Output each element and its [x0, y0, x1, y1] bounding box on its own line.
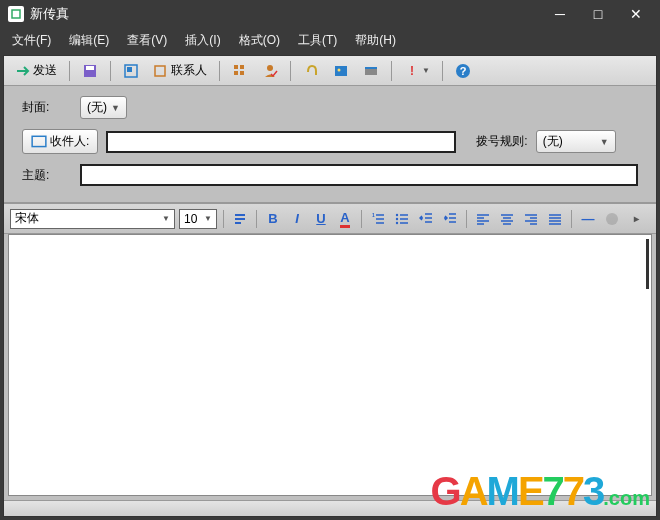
- editor-separator: [466, 210, 467, 228]
- svg-rect-6: [234, 65, 238, 69]
- dialrule-dropdown[interactable]: (无) ▼: [536, 130, 616, 153]
- menu-view[interactable]: 查看(V): [123, 30, 171, 51]
- help-icon: ?: [455, 63, 471, 79]
- svg-rect-4: [127, 67, 132, 72]
- toolbar-separator: [219, 61, 220, 81]
- underline-button[interactable]: U: [311, 209, 331, 229]
- align-justify-button[interactable]: [545, 209, 565, 229]
- grid-icon: [232, 63, 248, 79]
- svg-rect-8: [234, 71, 238, 75]
- svg-rect-11: [335, 66, 347, 76]
- close-button[interactable]: ✕: [626, 4, 646, 24]
- toolbar-separator: [391, 61, 392, 81]
- preview-icon: [123, 63, 139, 79]
- contacts-button[interactable]: 联系人: [148, 59, 212, 82]
- recipient-input[interactable]: [106, 131, 456, 153]
- attach-button[interactable]: [298, 60, 324, 82]
- fontsize-value: 10: [184, 212, 201, 226]
- menu-file[interactable]: 文件(F): [8, 30, 55, 51]
- maximize-button[interactable]: □: [588, 4, 608, 24]
- dialrule-label: 拨号规则:: [476, 133, 527, 150]
- window-title: 新传真: [30, 5, 550, 23]
- help-button[interactable]: ?: [450, 60, 476, 82]
- priority-icon: !: [404, 63, 420, 79]
- check-button[interactable]: [257, 60, 283, 82]
- recipient-icon: [31, 134, 47, 150]
- menu-help[interactable]: 帮助(H): [351, 30, 400, 51]
- app-icon: [8, 6, 24, 22]
- minimize-button[interactable]: ─: [550, 4, 570, 24]
- save-icon: [82, 63, 98, 79]
- toolbar-separator: [69, 61, 70, 81]
- align-center-button[interactable]: [497, 209, 517, 229]
- scan-icon: [363, 63, 379, 79]
- svg-text:1: 1: [372, 212, 375, 218]
- fontsize-select[interactable]: 10 ▼: [179, 209, 217, 229]
- editor-separator: [256, 210, 257, 228]
- svg-rect-13: [365, 69, 377, 75]
- bold-button[interactable]: B: [263, 209, 283, 229]
- paragraph-button[interactable]: [230, 209, 250, 229]
- contacts-label: 联系人: [171, 62, 207, 79]
- indent-button[interactable]: [440, 209, 460, 229]
- contacts-icon: [153, 63, 169, 79]
- cover-label: 封面:: [22, 99, 72, 116]
- attach-icon: [303, 63, 319, 79]
- grid-button[interactable]: [227, 60, 253, 82]
- recipient-button[interactable]: 收件人:: [22, 129, 98, 154]
- editor-body[interactable]: [8, 234, 652, 496]
- align-left-button[interactable]: [473, 209, 493, 229]
- menu-insert[interactable]: 插入(I): [181, 30, 224, 51]
- svg-point-21: [396, 221, 398, 223]
- font-select[interactable]: 宋体 ▼: [10, 209, 175, 229]
- chevron-down-icon: ▼: [204, 214, 212, 223]
- svg-point-20: [396, 217, 398, 219]
- subject-input[interactable]: [80, 164, 638, 186]
- toolbar-separator: [290, 61, 291, 81]
- image-icon: [333, 63, 349, 79]
- dialrule-value: (无): [543, 133, 596, 150]
- chevron-down-icon: ▼: [600, 137, 609, 147]
- align-right-button[interactable]: [521, 209, 541, 229]
- save-button[interactable]: [77, 60, 103, 82]
- send-label: 发送: [33, 62, 57, 79]
- more-button[interactable]: ▸: [626, 209, 646, 229]
- preview-button[interactable]: [118, 60, 144, 82]
- cover-dropdown[interactable]: (无) ▼: [80, 96, 127, 119]
- svg-point-10: [267, 65, 273, 71]
- svg-rect-17: [32, 136, 46, 146]
- font-value: 宋体: [15, 210, 162, 227]
- image-button[interactable]: [328, 60, 354, 82]
- svg-rect-9: [240, 71, 244, 75]
- menu-format[interactable]: 格式(O): [235, 30, 284, 51]
- toolbar-separator: [110, 61, 111, 81]
- bullet-list-button[interactable]: [392, 209, 412, 229]
- svg-text:?: ?: [460, 65, 467, 77]
- menu-edit[interactable]: 编辑(E): [65, 30, 113, 51]
- chevron-down-icon: ▼: [162, 214, 170, 223]
- toolbar-separator: [442, 61, 443, 81]
- svg-point-19: [396, 213, 398, 215]
- outdent-button[interactable]: [416, 209, 436, 229]
- numbered-list-button[interactable]: 1: [368, 209, 388, 229]
- italic-button[interactable]: I: [287, 209, 307, 229]
- hr-button[interactable]: —: [578, 209, 598, 229]
- scrollbar[interactable]: [646, 239, 649, 289]
- scan-button[interactable]: [358, 60, 384, 82]
- fontcolor-button[interactable]: A: [335, 209, 355, 229]
- svg-point-12: [338, 68, 341, 71]
- svg-rect-2: [86, 66, 94, 70]
- editor-separator: [361, 210, 362, 228]
- svg-rect-5: [155, 66, 165, 76]
- menu-tools[interactable]: 工具(T): [294, 30, 341, 51]
- send-button[interactable]: 发送: [10, 59, 62, 82]
- svg-point-22: [606, 213, 618, 225]
- priority-button[interactable]: !▼: [399, 60, 435, 82]
- insert-link-button[interactable]: [602, 209, 622, 229]
- statusbar: [4, 500, 656, 516]
- editor-separator: [223, 210, 224, 228]
- editor-separator: [571, 210, 572, 228]
- send-icon: [15, 63, 31, 79]
- svg-rect-14: [365, 67, 377, 69]
- chevron-down-icon: ▼: [111, 103, 120, 113]
